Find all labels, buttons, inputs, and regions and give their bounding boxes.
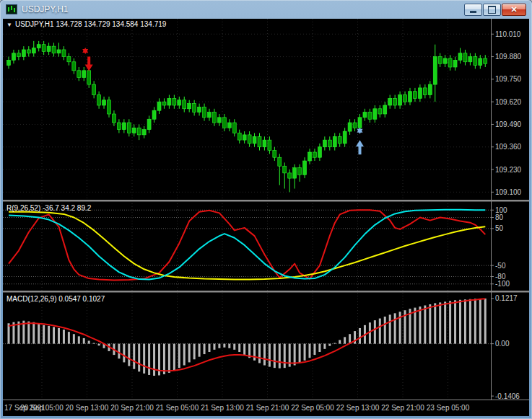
time-axis-label: 21 Sep 21:00 (246, 404, 289, 412)
minimize-icon (470, 11, 476, 13)
price-axis-label: 80 (495, 213, 504, 221)
oscillator-lines (9, 210, 485, 281)
maximize-icon (488, 6, 496, 14)
sell-arrow-icon (85, 57, 93, 71)
time-axis-label: 22 Sep 05:00 (291, 404, 334, 412)
terminal-window: USDJPY,H1 ✕ 110.010109.880109.750109.620… (0, 0, 532, 419)
macd-label: MACD(12,26,9) 0.0547 0.1027 (6, 295, 105, 303)
macd-signal-line (9, 299, 485, 371)
ohlc-info: ▼USDJPY,H1 134.728 134.729 134.584 134.7… (6, 20, 166, 28)
ohlc-text: USDJPY,H1 134.728 134.729 134.584 134.71… (15, 20, 166, 28)
time-axis-label: 20 Sep 05:00 (20, 404, 64, 412)
price-axis-label: 109.750 (495, 75, 522, 83)
time-axis-label: 20 Sep 21:00 (110, 404, 154, 412)
chart-window: 110.010109.880109.750109.620109.490109.3… (3, 19, 529, 416)
price-axis-label: 109.620 (495, 98, 522, 106)
close-button[interactable]: ✕ (502, 4, 526, 16)
time-axis-label: 23 Sep 05:00 (427, 404, 470, 412)
price-axis-label: 109.100 (495, 188, 522, 196)
price-axis-label: 110.010 (495, 30, 521, 38)
price-axis-label: 0.00 (495, 340, 510, 348)
panel-separator[interactable] (3, 291, 529, 293)
symbol-dropdown-icon[interactable]: ▼ (6, 22, 12, 28)
time-axis-label: 22 Sep 13:00 (336, 404, 380, 412)
time-axis-label: 20 Sep 13:00 (66, 404, 109, 412)
window-controls: ✕ (464, 4, 526, 16)
app-icon (6, 4, 17, 14)
time-axis-label: 21 Sep 13:00 (201, 404, 244, 412)
titlebar[interactable]: USDJPY,H1 ✕ (0, 0, 532, 19)
price-axis-label: -0.1406 (495, 392, 520, 400)
price-axis-label: 50 (495, 224, 504, 232)
minimize-button[interactable] (464, 4, 482, 16)
maximize-button[interactable] (483, 4, 501, 16)
axes: 110.010109.880109.750109.620109.490109.3… (4, 30, 522, 412)
price-axis-label: 109.490 (495, 120, 522, 128)
time-axis-label: 21 Sep 05:00 (156, 404, 199, 412)
close-icon: ✕ (510, 5, 517, 14)
price-axis-label: -100 (495, 280, 510, 288)
candlesticks (7, 41, 487, 192)
window-title: USDJPY,H1 (22, 4, 68, 14)
time-axis-label: 22 Sep 21:00 (381, 404, 424, 412)
macd-histogram (9, 299, 485, 376)
buy-signal[interactable] (356, 128, 364, 155)
price-axis-label: 109.360 (495, 143, 522, 151)
price-axis-label: -50 (495, 262, 506, 270)
buy-arrow-icon (356, 140, 364, 154)
chart-canvas[interactable]: 110.010109.880109.750109.620109.490109.3… (3, 19, 529, 416)
price-axis-label: 0.1217 (495, 294, 518, 302)
price-axis-label: 109.230 (495, 166, 522, 174)
price-axis-label: 109.880 (495, 53, 522, 61)
panel-separator[interactable] (3, 200, 529, 202)
oscillator-label: R(9,26,52) -36.7 34.2 89.2 (6, 204, 91, 212)
